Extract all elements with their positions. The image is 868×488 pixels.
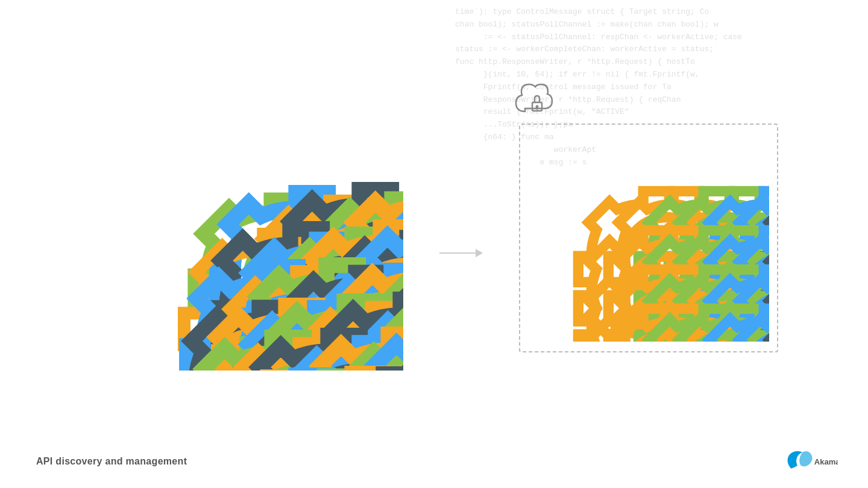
left-panel-scattered [90, 117, 403, 371]
akamai-logo: Akamai [784, 449, 838, 473]
scattered-gears-svg [90, 117, 403, 371]
cloud-lock-icon [513, 81, 561, 120]
organized-gears-svg [528, 134, 769, 342]
main-content [0, 0, 868, 488]
direction-arrow [439, 249, 483, 257]
svg-point-1 [536, 105, 539, 108]
organized-gears-container [519, 124, 778, 352]
right-panel-organized [519, 124, 778, 352]
arrow-head [476, 249, 483, 257]
arrow-line [439, 252, 476, 254]
page-title: API discovery and management [36, 456, 187, 467]
akamai-wordmark: Akamai [814, 457, 838, 466]
